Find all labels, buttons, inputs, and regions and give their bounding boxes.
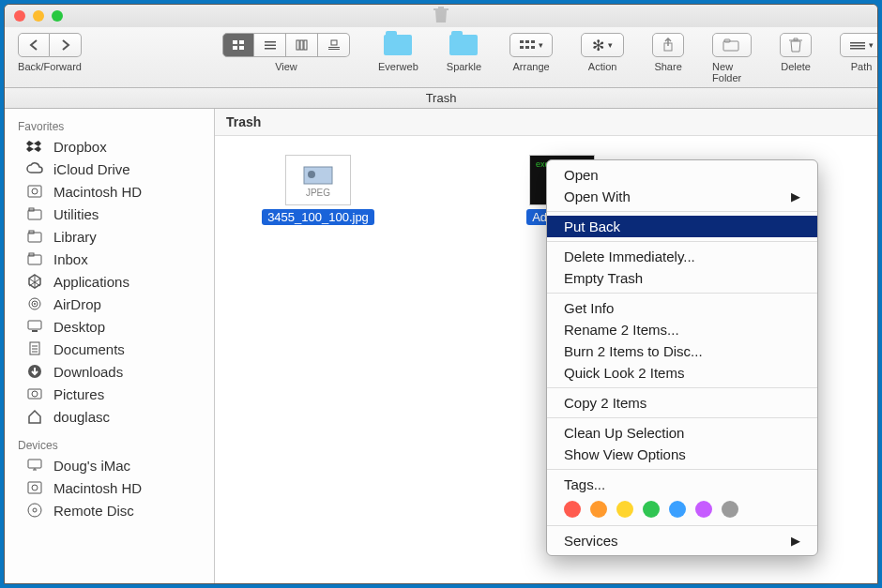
svg-rect-13 — [520, 40, 524, 43]
menu-item-burn-2-items-to-disc[interactable]: Burn 2 Items to Disc... — [547, 340, 817, 362]
sidebar-device-remote-disc[interactable]: Remote Disc — [5, 499, 214, 521]
newfolder-group: New Folder — [712, 33, 752, 83]
delete-button[interactable] — [780, 33, 812, 57]
action-button[interactable]: ✻▾ — [581, 33, 624, 57]
menu-item-get-info[interactable]: Get Info — [547, 297, 817, 319]
menu-item-empty-trash[interactable]: Empty Trash — [547, 267, 817, 289]
menu-item-clean-up-selection[interactable]: Clean Up Selection — [547, 422, 817, 444]
tag-color-dot[interactable] — [616, 501, 633, 518]
sidebar-item-dropbox[interactable]: Dropbox — [5, 135, 214, 158]
menu-item-label: Empty Trash — [564, 270, 643, 286]
menu-item-quick-look-2-items[interactable]: Quick Look 2 Items — [547, 362, 817, 384]
folder-icon — [25, 228, 44, 245]
menu-separator — [547, 417, 817, 418]
folder-icon — [25, 205, 44, 222]
sidebar-item-label: Documents — [53, 341, 125, 357]
sidebar-item-desktop[interactable]: Desktop — [5, 315, 214, 338]
documents-icon — [25, 340, 44, 357]
sidebar-item-label: douglasc — [53, 409, 110, 425]
svg-rect-23 — [850, 45, 865, 47]
view-coverflow-button[interactable] — [318, 33, 350, 57]
sidebar-item-macintosh-hd[interactable]: Macintosh HD — [5, 180, 214, 203]
svg-rect-24 — [850, 48, 865, 50]
svg-point-46 — [33, 508, 37, 512]
view-icon-button[interactable] — [222, 33, 254, 57]
sidebar-item-douglasc[interactable]: douglasc — [5, 405, 214, 428]
path-label: Path — [851, 61, 873, 72]
menu-item-label: Put Back — [564, 219, 620, 234]
sidebar-item-documents[interactable]: Documents — [5, 338, 214, 360]
downloads-icon — [25, 363, 44, 380]
menu-item-label: Clean Up Selection — [564, 425, 684, 441]
airdrop-icon — [25, 295, 44, 312]
home-icon — [25, 408, 44, 425]
tag-color-dot[interactable] — [590, 501, 607, 518]
menu-item-label: Tags... — [564, 476, 605, 492]
disc-icon — [25, 502, 44, 519]
sidebar-item-label: AirDrop — [53, 296, 101, 312]
new-folder-button[interactable] — [712, 33, 752, 57]
tag-color-dot[interactable] — [643, 501, 660, 518]
share-button[interactable] — [652, 33, 684, 57]
sidebar-item-inbox[interactable]: Inbox — [5, 248, 214, 270]
sparkle-label: Sparkle — [447, 61, 481, 72]
sidebar-item-pictures[interactable]: Pictures — [5, 383, 214, 405]
svg-point-26 — [32, 188, 38, 194]
svg-rect-42 — [28, 460, 41, 468]
sidebar-item-label: Remote Disc — [53, 503, 134, 519]
tag-color-dot[interactable] — [695, 501, 712, 518]
sidebar-item-downloads[interactable]: Downloads — [5, 360, 214, 383]
menu-item-label: Open — [564, 167, 599, 183]
sidebar-item-applications[interactable]: Applications — [5, 270, 214, 293]
path-button[interactable]: ▾ — [840, 33, 878, 57]
svg-point-41 — [32, 391, 38, 397]
menu-item-tags[interactable]: Tags... — [547, 474, 817, 495]
menu-item-open-with[interactable]: Open With▶ — [547, 186, 817, 207]
sidebar-item-label: Utilities — [53, 206, 99, 222]
sidebar-item-library[interactable]: Library — [5, 225, 214, 248]
delete-label: Delete — [781, 61, 811, 72]
back-button[interactable] — [18, 33, 50, 57]
view-list-button[interactable] — [254, 33, 286, 57]
tag-color-dot[interactable] — [564, 501, 581, 518]
svg-rect-1 — [239, 40, 244, 44]
zoom-window-button[interactable] — [52, 10, 63, 22]
disk-icon — [25, 183, 44, 200]
view-column-button[interactable] — [286, 33, 318, 57]
tag-color-dot[interactable] — [669, 501, 686, 518]
menu-item-label: Services — [564, 533, 618, 549]
menu-item-copy-2-items[interactable]: Copy 2 Items — [547, 392, 817, 414]
svg-rect-3 — [239, 46, 244, 50]
menu-item-rename-2-items[interactable]: Rename 2 Items... — [547, 319, 817, 340]
menu-separator — [547, 293, 817, 294]
arrange-button[interactable]: ▾ — [509, 33, 553, 57]
sidebar-item-label: Macintosh HD — [53, 480, 142, 496]
menu-item-open[interactable]: Open — [547, 164, 817, 186]
svg-rect-14 — [525, 40, 529, 43]
menu-separator — [547, 525, 817, 526]
sidebar-device-doug-s-imac[interactable]: Doug's iMac — [5, 454, 214, 476]
menu-separator — [547, 211, 817, 212]
sidebar-device-macintosh-hd[interactable]: Macintosh HD — [5, 476, 214, 499]
minimize-window-button[interactable] — [33, 10, 44, 22]
sidebar-item-utilities[interactable]: Utilities — [5, 203, 214, 225]
forward-button[interactable] — [50, 33, 82, 57]
sparkle-button[interactable] — [448, 33, 479, 57]
svg-rect-17 — [525, 46, 529, 49]
menu-tags-row — [547, 495, 817, 521]
file-item[interactable]: JPEG3455_100_100.jpg — [252, 155, 384, 225]
pane-title: Trash — [215, 109, 877, 136]
arrange-label: Arrange — [513, 61, 550, 72]
menu-item-show-view-options[interactable]: Show View Options — [547, 444, 817, 465]
sidebar-item-label: Applications — [53, 274, 129, 290]
menu-item-put-back[interactable]: Put Back — [547, 216, 817, 237]
sidebar-item-airdrop[interactable]: AirDrop — [5, 293, 214, 315]
close-window-button[interactable] — [14, 10, 25, 22]
sidebar-item-label: Pictures — [53, 386, 104, 402]
menu-item-delete-immediately[interactable]: Delete Immediately... — [547, 246, 817, 267]
sidebar-item-icloud-drive[interactable]: iCloud Drive — [5, 158, 214, 180]
everweb-button[interactable] — [382, 33, 414, 57]
svg-point-44 — [32, 485, 38, 490]
tag-color-dot[interactable] — [722, 501, 738, 518]
menu-item-services[interactable]: Services▶ — [547, 530, 817, 551]
